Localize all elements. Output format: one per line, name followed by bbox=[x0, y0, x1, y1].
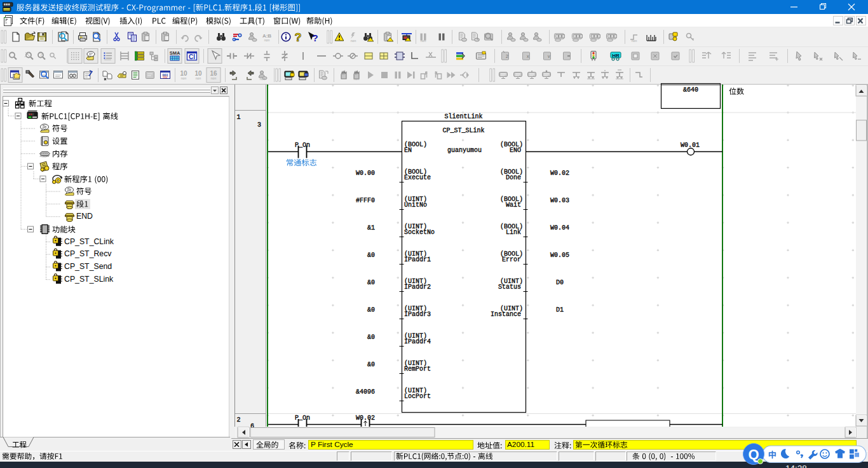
svg-text:Q: Q bbox=[748, 446, 759, 462]
